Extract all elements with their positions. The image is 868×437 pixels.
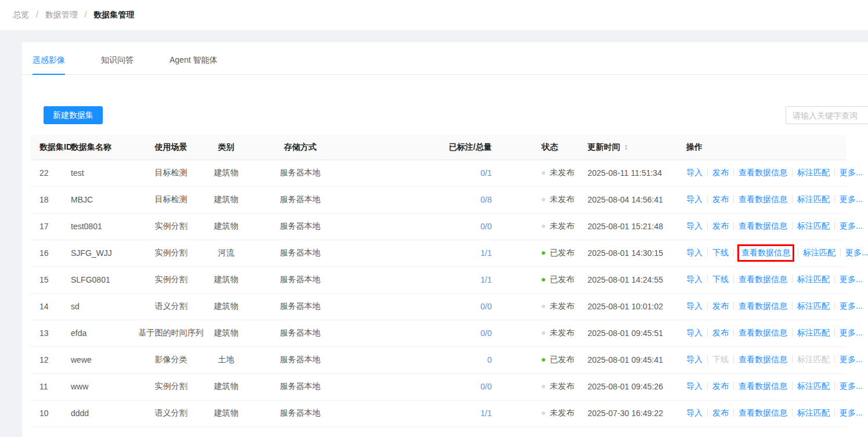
tab-remote-sensing[interactable]: 遥感影像 <box>33 55 65 74</box>
action-link[interactable]: 更多... <box>840 408 863 417</box>
tab-bar: 遥感影像 知识问答 Agent 智能体 <box>22 42 868 75</box>
action-link[interactable]: 更多... <box>840 328 863 337</box>
cell-storage: 服务器本地 <box>242 266 358 293</box>
cell-status: 未发布 <box>532 320 588 346</box>
action-link[interactable]: 导入 <box>686 328 703 337</box>
cell-updated-time: 2025-08-01 09:45:26 <box>588 373 686 400</box>
action-link[interactable]: 导入 <box>686 168 703 177</box>
tab-knowledge-qa[interactable]: 知识问答 <box>101 55 134 74</box>
cell-ratio[interactable]: 1/1 <box>358 400 532 427</box>
action-link[interactable]: 更多... <box>845 248 868 257</box>
action-link[interactable]: 更多... <box>840 301 863 310</box>
action-link[interactable]: 查看数据信息 <box>739 301 787 310</box>
action-divider <box>792 409 793 417</box>
cell-ratio[interactable]: 0/1 <box>358 160 532 186</box>
action-link[interactable]: 发布 <box>712 328 729 337</box>
tab-agent[interactable]: Agent 智能体 <box>170 55 217 74</box>
action-link[interactable]: 导入 <box>686 381 703 391</box>
cell-ratio[interactable]: 1/1 <box>358 266 532 293</box>
table-row: 12wewe影像分类土地服务器本地0已发布2025-08-01 09:45:41… <box>30 346 846 373</box>
action-divider <box>840 248 841 257</box>
status-label: 未发布 <box>550 168 574 177</box>
cell-status: 未发布 <box>532 293 588 320</box>
action-link[interactable]: 更多... <box>840 194 863 204</box>
action-link[interactable]: 发布 <box>712 168 729 177</box>
cell-ratio[interactable]: 0/0 <box>358 293 532 320</box>
action-link[interactable]: 标注匹配 <box>797 275 830 284</box>
action-link[interactable]: 标注匹配 <box>797 381 830 391</box>
cell-ratio[interactable]: 0/0 <box>358 213 532 240</box>
cell-actions: 导入发布查看数据信息标注匹配更多... <box>686 213 846 240</box>
sort-toggle[interactable]: ▲▼ <box>624 144 628 151</box>
cell-updated-time: 2025-08-01 09:45:41 <box>588 346 686 373</box>
cell-dataset-name: sd <box>71 293 132 320</box>
action-link[interactable]: 下线 <box>712 248 729 257</box>
cell-dataset-id: 13 <box>30 320 71 346</box>
action-link[interactable]: 下线 <box>712 275 729 284</box>
action-link[interactable]: 查看数据信息 <box>739 328 787 337</box>
action-link[interactable]: 导入 <box>686 248 703 257</box>
action-link[interactable]: 导入 <box>686 275 703 284</box>
action-link[interactable]: 更多... <box>840 355 863 364</box>
search-input[interactable] <box>786 106 868 124</box>
breadcrumb-item-overview[interactable]: 总览 <box>13 10 29 19</box>
action-link[interactable]: 查看数据信息 <box>739 221 787 230</box>
action-link[interactable]: 标注匹配 <box>797 168 830 177</box>
cell-category: 建筑物 <box>210 293 242 320</box>
cell-category: 建筑物 <box>210 186 242 213</box>
action-link[interactable]: 发布 <box>712 301 729 310</box>
action-link[interactable]: 发布 <box>712 408 729 417</box>
action-link-highlighted[interactable]: 查看数据信息 <box>737 244 794 262</box>
action-link[interactable]: 标注匹配 <box>797 408 830 417</box>
cell-ratio[interactable]: 0/8 <box>358 186 532 213</box>
cell-ratio[interactable]: 1/1 <box>358 240 532 266</box>
action-link[interactable]: 查看数据信息 <box>739 275 787 284</box>
action-link[interactable]: 更多... <box>840 221 863 230</box>
status-dot <box>542 358 545 362</box>
action-link[interactable]: 标注匹配 <box>797 328 830 337</box>
status-dot <box>542 278 545 281</box>
action-link[interactable]: 标注匹配 <box>797 221 830 230</box>
status-label: 未发布 <box>550 194 574 204</box>
breadcrumb-item-data-management[interactable]: 数据管理 <box>45 10 78 19</box>
table-row: 10dddd语义分割建筑物服务器本地1/1未发布2025-07-30 16:49… <box>30 400 846 427</box>
action-link[interactable]: 导入 <box>686 221 703 230</box>
cell-category: 建筑物 <box>210 160 242 186</box>
breadcrumb: 总览 / 数据管理 / 数据集管理 <box>0 0 868 30</box>
action-link[interactable]: 更多... <box>840 168 863 177</box>
action-link[interactable]: 查看数据信息 <box>739 168 787 177</box>
cell-actions: 导入发布查看数据信息标注匹配更多... <box>686 373 846 400</box>
action-divider <box>733 195 734 203</box>
cell-category: 土地 <box>210 346 242 373</box>
cell-ratio[interactable]: 0 <box>358 346 532 373</box>
breadcrumb-item-dataset-management: 数据集管理 <box>93 10 134 19</box>
action-link[interactable]: 查看数据信息 <box>739 194 787 204</box>
action-link[interactable]: 导入 <box>686 301 703 310</box>
cell-ratio[interactable]: 0/0 <box>358 320 532 346</box>
sort-caret-down-icon[interactable]: ▼ <box>624 147 628 151</box>
action-link[interactable]: 标注匹配 <box>797 301 830 310</box>
action-link[interactable]: 查看数据信息 <box>739 408 787 417</box>
cell-updated-time: 2025-08-01 14:24:55 <box>588 266 686 293</box>
action-link[interactable]: 发布 <box>712 221 729 230</box>
cell-storage: 服务器本地 <box>242 240 358 266</box>
action-link[interactable]: 查看数据信息 <box>739 355 787 364</box>
action-link[interactable]: 导入 <box>686 408 703 417</box>
action-link[interactable]: 导入 <box>686 194 703 204</box>
action-link[interactable]: 发布 <box>712 194 729 204</box>
cell-scene: 实例分割 <box>132 213 210 240</box>
cell-status: 未发布 <box>532 186 588 213</box>
cell-ratio[interactable]: 0/0 <box>358 373 532 400</box>
cell-updated-time: 2025-08-01 10:01:02 <box>588 293 686 320</box>
action-link[interactable]: 标注匹配 <box>803 248 835 257</box>
cell-storage: 服务器本地 <box>242 320 358 346</box>
action-link[interactable]: 标注匹配 <box>797 194 830 204</box>
action-link[interactable]: 发布 <box>712 381 729 391</box>
action-link[interactable]: 查看数据信息 <box>739 381 787 391</box>
action-link: 标注匹配 <box>797 355 830 364</box>
action-link[interactable]: 导入 <box>686 355 703 364</box>
action-link[interactable]: 更多... <box>840 381 863 391</box>
action-link[interactable]: 更多... <box>840 275 863 284</box>
status-label: 未发布 <box>550 221 574 230</box>
new-dataset-button[interactable]: 新建数据集 <box>44 106 103 124</box>
